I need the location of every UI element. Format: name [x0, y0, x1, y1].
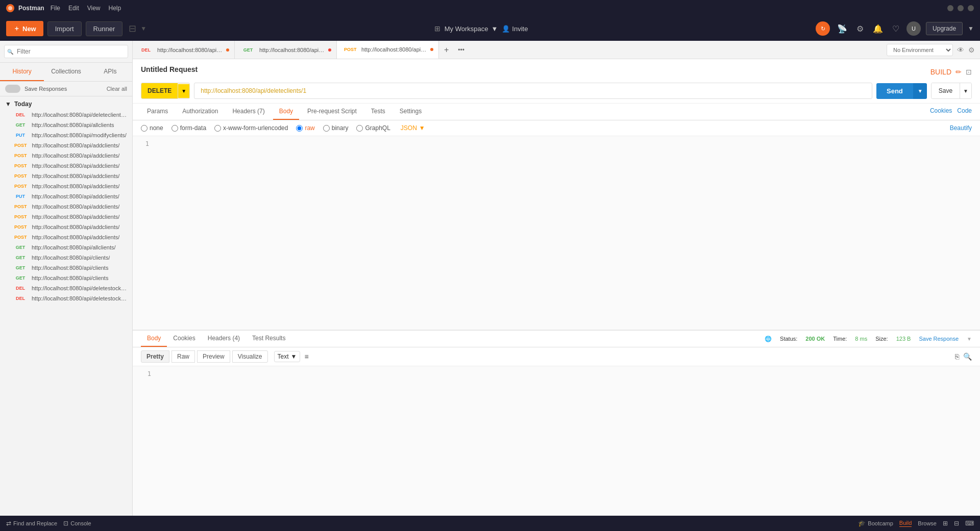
copy-icon[interactable]: ⎘ [955, 352, 959, 361]
list-item[interactable]: POSThttp://localhost:8080/api/addclients… [0, 150, 132, 161]
beautify-button[interactable]: Beautify [950, 124, 972, 132]
tab-del-allsto[interactable]: DEL http://localhost:8080/api/allsto... [133, 41, 235, 59]
list-item[interactable]: POSThttp://localhost:8080/api/addclients… [0, 222, 132, 232]
save-arrow-button[interactable]: ▼ [960, 83, 971, 98]
sync-icon[interactable]: ↻ [816, 21, 830, 36]
list-item[interactable]: POSThttp://localhost:8080/api/addclients… [0, 201, 132, 212]
import-button[interactable]: Import [47, 21, 82, 36]
bell-icon[interactable]: 🔔 [871, 22, 885, 36]
radio-none[interactable]: none [141, 124, 163, 132]
view-pretty-button[interactable]: Pretty [141, 350, 169, 363]
tab-collections[interactable]: Collections [44, 63, 88, 81]
maximize-button[interactable] [958, 5, 964, 11]
send-arrow-button[interactable]: ▼ [913, 83, 927, 99]
list-item[interactable]: GEThttp://localhost:8080/api/clients [0, 263, 132, 273]
list-item[interactable]: GEThttp://localhost:8080/api/clients [0, 273, 132, 283]
resp-tab-body[interactable]: Body [141, 331, 167, 347]
edit-icon[interactable]: ✏ [955, 68, 962, 76]
bootcamp-button[interactable]: 🎓 Bootcamp [858, 520, 893, 527]
build-label[interactable]: BUILD [930, 68, 951, 76]
list-item[interactable]: DELhttp://localhost:8080/api/deletestock… [0, 293, 132, 304]
save-response-arrow[interactable]: ▼ [967, 336, 972, 342]
text-format-selector[interactable]: Text ▼ [274, 351, 301, 362]
list-item[interactable]: GEThttp://localhost:8080/api/allclients [0, 120, 132, 130]
url-input[interactable] [194, 83, 872, 99]
format-selector[interactable]: JSON ▼ [401, 124, 425, 132]
list-item[interactable]: PUThttp://localhost:8080/api/addclients/ [0, 191, 132, 201]
cookies-link[interactable]: Cookies [930, 107, 952, 114]
code-link[interactable]: Code [957, 107, 972, 114]
add-tab-button[interactable]: + [439, 45, 454, 55]
keyboard-icon[interactable]: ⌨ [965, 520, 974, 527]
save-response-button[interactable]: Save Response [919, 336, 959, 342]
list-item[interactable]: POSThttp://localhost:8080/api/addclients… [0, 181, 132, 191]
radio-form-data[interactable]: form-data [172, 124, 206, 132]
new-button[interactable]: ＋ New [6, 21, 43, 36]
menu-edit[interactable]: Edit [68, 5, 79, 12]
avatar[interactable]: U [906, 21, 921, 36]
request-body-editor[interactable]: 1 [133, 136, 980, 330]
req-tab-settings[interactable]: Settings [394, 104, 428, 120]
req-tab-tests[interactable]: Tests [365, 104, 391, 120]
tab-get-clients[interactable]: GET http://localhost:8080/api/clients [235, 41, 337, 59]
upgrade-button[interactable]: Upgrade [926, 22, 963, 35]
menu-file[interactable]: File [51, 5, 60, 12]
build-mode-button[interactable]: Build [899, 520, 912, 527]
console-button[interactable]: ⊡ Console [63, 520, 91, 527]
save-button[interactable]: Save [932, 83, 960, 98]
minimize-button[interactable] [947, 5, 953, 11]
env-dropdown[interactable]: No Environment [887, 44, 953, 56]
wrap-icon[interactable]: ≡ [304, 352, 308, 361]
invite-button[interactable]: 👤 Invite [502, 25, 528, 33]
close-button[interactable] [968, 5, 974, 11]
history-today-header[interactable]: ▼ Today [0, 98, 132, 110]
list-item[interactable]: DELhttp://localhost:8080/api/deleteclien… [0, 110, 132, 120]
radio-graphql[interactable]: GraphQL [356, 124, 390, 132]
layout-grid-icon[interactable]: ⊞ [943, 520, 948, 527]
list-item[interactable]: POSThttp://localhost:8080/api/addclients… [0, 212, 132, 222]
layout-split-icon[interactable]: ⊡ [966, 68, 972, 76]
heart-icon[interactable]: ♡ [890, 22, 901, 36]
method-select-button[interactable]: DELETE [141, 83, 178, 98]
tab-post-clien[interactable]: POST http://localhost:8080/api/clien... [337, 41, 439, 59]
menu-help[interactable]: Help [109, 5, 121, 12]
layout-arrow[interactable]: ▼ [140, 25, 146, 32]
view-raw-button[interactable]: Raw [172, 350, 195, 363]
editor-content[interactable] [155, 140, 974, 325]
tab-history[interactable]: History [0, 63, 44, 81]
list-item[interactable]: PUThttp://localhost:8080/api/modifyclien… [0, 130, 132, 140]
req-tab-headers[interactable]: Headers (7) [226, 104, 271, 120]
resp-tab-cookies[interactable]: Cookies [167, 331, 201, 347]
find-replace-button[interactable]: ⇄ Find and Replace [6, 520, 57, 527]
tab-apis[interactable]: APIs [88, 63, 132, 81]
settings-env-icon[interactable]: ⚙ [967, 45, 976, 55]
runner-button[interactable]: Runner [86, 21, 123, 36]
eye-icon[interactable]: 👁 [956, 45, 965, 55]
list-item[interactable]: POSThttp://localhost:8080/api/addclients… [0, 232, 132, 242]
clear-all-button[interactable]: Clear all [107, 86, 127, 92]
layout-icon[interactable]: ⊟ [129, 23, 136, 34]
req-tab-body[interactable]: Body [273, 104, 299, 120]
radio-urlencoded[interactable]: x-www-form-urlencoded [214, 124, 288, 132]
req-tab-authorization[interactable]: Authorization [176, 104, 224, 120]
send-button[interactable]: Send [876, 83, 913, 99]
settings-icon[interactable]: ⚙ [854, 22, 866, 36]
search-response-icon[interactable]: 🔍 [963, 352, 972, 361]
list-item[interactable]: POSThttp://localhost:8080/api/addclients… [0, 171, 132, 181]
list-item[interactable]: POSThttp://localhost:8080/api/addclients… [0, 161, 132, 171]
satellite-icon[interactable]: 📡 [835, 22, 849, 36]
upgrade-arrow[interactable]: ▼ [968, 25, 974, 32]
list-item[interactable]: GEThttp://localhost:8080/api/clients/ [0, 252, 132, 263]
req-tab-params[interactable]: Params [141, 104, 174, 120]
view-visualize-button[interactable]: Visualize [232, 350, 268, 363]
view-preview-button[interactable]: Preview [197, 350, 230, 363]
req-tab-prerequest[interactable]: Pre-request Script [301, 104, 363, 120]
more-tabs-button[interactable]: ••• [454, 46, 469, 54]
list-item[interactable]: GEThttp://localhost:8080/api/allclients/ [0, 242, 132, 252]
list-item[interactable]: POSThttp://localhost:8080/api/addclients… [0, 140, 132, 150]
menu-view[interactable]: View [87, 5, 101, 12]
workspace-button[interactable]: My Workspace ▼ [445, 25, 498, 33]
browse-mode-button[interactable]: Browse [918, 520, 937, 526]
method-arrow-button[interactable]: ▼ [178, 84, 189, 98]
filter-input[interactable] [4, 45, 128, 58]
